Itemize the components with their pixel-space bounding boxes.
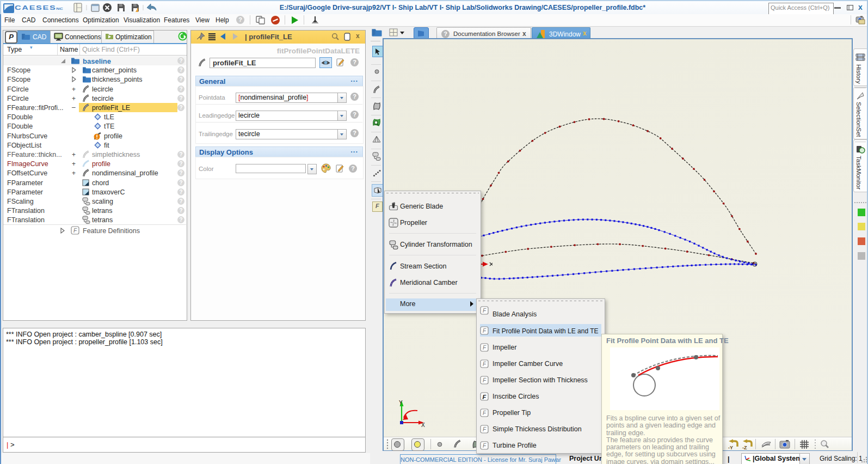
svg-text:-Y: -Y	[728, 445, 733, 450]
svg-text:Y: Y	[399, 400, 403, 406]
svg-text:F: F	[483, 394, 487, 400]
svg-text:-Z: -Z	[742, 445, 747, 450]
svg-text:X: X	[421, 422, 425, 427]
